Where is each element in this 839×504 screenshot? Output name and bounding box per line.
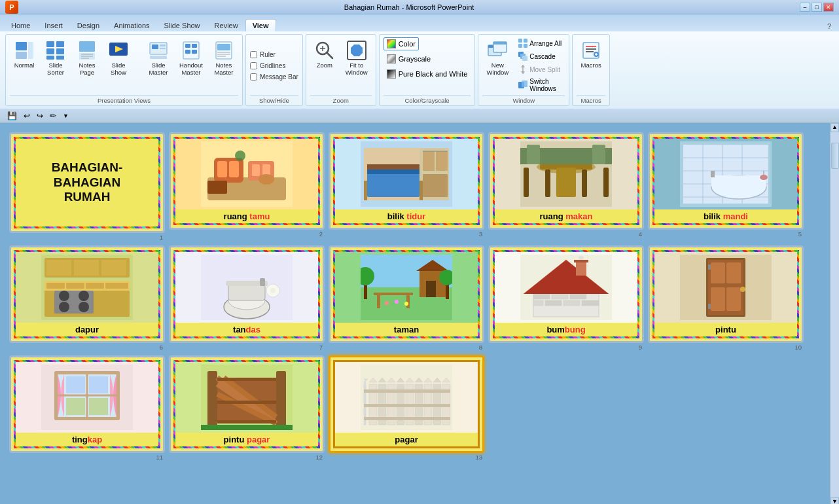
slide-13-number: 13	[329, 453, 484, 461]
macros-icon	[580, 40, 601, 61]
slide-show-button[interactable]: SlideShow	[104, 37, 133, 79]
slide-10-frame: pintu	[652, 250, 799, 338]
qa-dropdown[interactable]: ▼	[61, 112, 71, 120]
svg-rect-83	[423, 174, 448, 197]
zoom-button[interactable]: Zoom	[310, 37, 339, 71]
svg-rect-56	[522, 81, 527, 87]
presentation-views-content: Normal SlideSorter NotesPage SlideShow	[10, 37, 238, 94]
color-option[interactable]: Color	[384, 37, 419, 50]
scrollbar-thumb[interactable]	[831, 143, 839, 169]
slide-6[interactable]: dapur 6	[9, 245, 165, 351]
slide-12[interactable]: pintu pagar 12	[169, 355, 325, 461]
show-hide-content: Ruler Gridlines Message Bar	[250, 37, 298, 94]
move-split-button[interactable]: Move Split	[515, 63, 565, 75]
slide-5-label: bilik mandi	[654, 209, 797, 223]
slide-3[interactable]: bilik tidur 3	[329, 132, 484, 242]
slide-6-box: dapur	[9, 245, 165, 343]
gridlines-checkbox[interactable]	[250, 62, 257, 69]
slide-13-frame: pagar	[333, 360, 480, 448]
slide-13[interactable]: pagar 13	[329, 355, 484, 461]
normal-button[interactable]: Normal	[10, 37, 39, 71]
svg-rect-142	[426, 281, 436, 297]
message-bar-checkbox[interactable]	[250, 73, 257, 81]
slide-5[interactable]: bilik mandi 5	[648, 132, 804, 242]
svg-point-74	[235, 151, 245, 161]
ruler-checkbox[interactable]	[250, 51, 257, 58]
slide-7[interactable]: tandas 7	[169, 245, 325, 351]
restore-button[interactable]: □	[812, 3, 822, 12]
notes-master-button[interactable]: NotesMaster	[209, 37, 238, 79]
vertical-scrollbar[interactable]: ▲ ▼	[830, 123, 839, 504]
slide-10-label: pintu	[654, 323, 797, 336]
slide-8[interactable]: taman 8	[329, 245, 484, 351]
slide-2[interactable]: ruang tamu 2	[169, 132, 325, 242]
quick-access-toolbar: 💾 ↩ ↪ ✏ ▼	[0, 109, 839, 123]
svg-rect-5	[46, 48, 54, 54]
svg-rect-6	[56, 48, 64, 54]
svg-rect-174	[726, 287, 741, 311]
svg-rect-17	[152, 45, 158, 49]
scroll-up-arrow[interactable]: ▲	[830, 123, 839, 132]
notes-page-label: NotesPage	[79, 62, 96, 76]
svg-rect-92	[545, 170, 550, 197]
pure-bw-option[interactable]: Pure Black and White	[384, 67, 471, 81]
slide-sorter-button[interactable]: SlideSorter	[41, 37, 70, 79]
tab-insert[interactable]: Insert	[37, 19, 70, 31]
switch-windows-label: SwitchWindows	[529, 78, 556, 92]
tab-view[interactable]: View	[245, 19, 276, 31]
grayscale-label: Grayscale	[399, 55, 431, 63]
color-grayscale-content: Color Grayscale Pure Black and White	[384, 37, 471, 94]
undo-button[interactable]: ↩	[22, 111, 32, 121]
macros-button[interactable]: Macros	[577, 37, 605, 71]
slide-4-image	[495, 139, 637, 209]
slide-13-box: pagar	[329, 355, 484, 453]
arrange-all-button[interactable]: Arrange All	[515, 37, 565, 49]
slide-area[interactable]: BAHAGIAN-BAHAGIANRUMAH 1	[0, 123, 830, 504]
save-qa-button[interactable]: 💾	[5, 111, 19, 121]
slide-10[interactable]: pintu 10	[648, 245, 804, 351]
minimize-button[interactable]: –	[800, 3, 810, 12]
slide-4[interactable]: ruang makan 4	[488, 132, 644, 242]
tab-home[interactable]: Home	[4, 19, 37, 31]
slide-1[interactable]: BAHAGIAN-BAHAGIANRUMAH 1	[9, 132, 165, 242]
tab-design[interactable]: Design	[70, 19, 107, 31]
ruler-option: Ruler	[250, 50, 276, 59]
tab-review[interactable]: Review	[207, 19, 245, 31]
svg-rect-189	[276, 371, 286, 427]
close-button[interactable]: ✕	[823, 3, 834, 12]
slide-12-image	[175, 362, 318, 433]
tab-animations[interactable]: Animations	[107, 19, 156, 31]
zoom-content: Zoom Fit toWindow	[310, 37, 372, 94]
slide-master-label: SlideMaster	[149, 62, 168, 76]
handout-master-button[interactable]: HandoutMaster	[175, 37, 207, 79]
new-window-button[interactable]: NewWindow	[482, 37, 512, 79]
cascade-button[interactable]: Cascade	[515, 50, 565, 62]
slide-6-frame: dapur	[14, 250, 160, 338]
svg-point-175	[740, 287, 745, 292]
slide-8-label: taman	[335, 323, 478, 336]
slide-1-box: BAHAGIAN-BAHAGIANRUMAH	[9, 132, 165, 233]
slide-7-label: tandas	[175, 323, 318, 336]
draw-button[interactable]: ✏	[48, 111, 58, 121]
tab-slideshow[interactable]: Slide Show	[157, 19, 207, 31]
slide-master-button[interactable]: SlideMaster	[144, 37, 173, 79]
notes-page-button[interactable]: NotesPage	[73, 37, 101, 79]
grayscale-option[interactable]: Grayscale	[384, 52, 435, 65]
svg-rect-48	[524, 44, 527, 48]
slide-master-icon	[148, 40, 169, 61]
help-button[interactable]: ?	[823, 21, 835, 31]
svg-rect-165	[576, 261, 586, 276]
scroll-down-arrow[interactable]: ▼	[830, 497, 839, 504]
slide-11[interactable]: tingkap 11	[9, 355, 165, 461]
slide-1-number: 1	[9, 233, 165, 242]
redo-button[interactable]: ↪	[35, 111, 45, 121]
slide-4-number: 4	[488, 230, 644, 238]
switch-windows-button[interactable]: SwitchWindows	[515, 77, 565, 94]
slide-9[interactable]: bumbung 9	[488, 245, 644, 351]
zoom-icon	[314, 40, 335, 61]
svg-rect-157	[570, 294, 586, 299]
main-area: BAHAGIAN-BAHAGIANRUMAH 1	[0, 123, 839, 504]
svg-rect-94	[556, 168, 576, 197]
svg-rect-20	[150, 56, 167, 59]
fit-to-window-button[interactable]: Fit toWindow	[342, 37, 372, 79]
